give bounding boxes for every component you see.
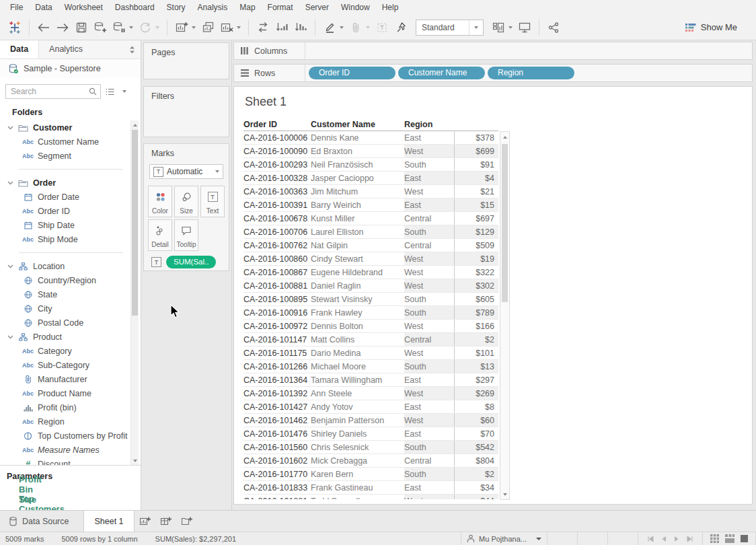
field-order-id[interactable]: AbcOrder ID — [0, 204, 130, 218]
table-row[interactable]: CA-2016-100328Jasper CacioppoEast$4 — [243, 172, 498, 185]
duplicate-sheet-button[interactable] — [199, 18, 217, 37]
menu-format[interactable]: Format — [262, 0, 299, 15]
table-row[interactable]: CA-2016-100391Barry WeirichEast$15 — [243, 198, 498, 212]
table-row[interactable]: CA-2016-101560Chris SelesnickSouth$542 — [243, 441, 498, 454]
table-row[interactable]: CA-2016-100090Ed BraxtonWest$699 — [243, 145, 498, 158]
table-row[interactable]: CA-2016-101175Dario MedinaWest$101 — [243, 347, 498, 360]
last-sheet-button[interactable] — [687, 536, 693, 542]
scroll-up-icon[interactable] — [131, 121, 139, 129]
previous-sheet-button[interactable] — [661, 536, 667, 542]
redo-button[interactable] — [54, 18, 71, 37]
chevron-down-icon[interactable] — [5, 335, 15, 339]
table-row[interactable]: CA-2016-101364Tamara WillinghamEast$297 — [243, 373, 498, 387]
table-row[interactable]: CA-2016-101462Benjamin PattersonWest$60 — [243, 414, 498, 427]
pause-auto-updates-button[interactable] — [110, 18, 128, 37]
field-profit-bin-[interactable]: Profit (bin) — [0, 400, 130, 414]
menu-worksheet[interactable]: Worksheet — [59, 0, 109, 15]
pages-shelf[interactable]: Pages — [143, 42, 229, 79]
field-postal-code[interactable]: Postal Code — [0, 316, 130, 330]
table-row[interactable]: CA-2016-100762Nat GilpinCentral$509 — [243, 239, 498, 252]
pane-swap-icon[interactable] — [123, 40, 141, 59]
scrollbar-thumb[interactable] — [132, 130, 138, 316]
tab-analytics[interactable]: Analytics — [39, 40, 93, 59]
search-options-caret-icon[interactable] — [118, 90, 130, 93]
field-city[interactable]: City — [0, 301, 130, 316]
highlight-caret-icon[interactable] — [340, 26, 344, 29]
table-row[interactable]: CA-2016-101770Karen BernSouth$2 — [243, 468, 498, 481]
highlight-button[interactable] — [321, 18, 338, 37]
sort-ascending-button[interactable] — [273, 18, 291, 37]
pill-order-id[interactable]: Order ID — [309, 67, 395, 79]
datasource-item[interactable]: Sample - Superstore — [0, 59, 141, 78]
color-button[interactable]: Color — [148, 186, 172, 217]
rows-pills[interactable]: Order IDCustomer NameRegion — [309, 67, 752, 79]
menu-file[interactable]: File — [4, 0, 29, 15]
show-hide-cards-button[interactable] — [490, 18, 507, 37]
field-manufacturer[interactable]: Manufacturer — [0, 372, 130, 386]
filters-shelf[interactable]: Filters — [143, 86, 229, 137]
table-row[interactable]: CA-2016-101833Frank GastineauEast$34 — [243, 481, 498, 495]
table-row[interactable]: CA-2016-100972Dennis BoltonWest$166 — [243, 320, 498, 333]
chevron-down-icon[interactable] — [5, 264, 15, 268]
table-row[interactable]: CA-2016-100293Neil FranzösischSouth$91 — [243, 158, 498, 172]
menu-map[interactable]: Map — [233, 0, 261, 15]
mark-type-dropdown[interactable]: T Automatic — [149, 164, 223, 179]
new-worksheet-button[interactable] — [173, 18, 190, 37]
mark-type-caret-icon[interactable] — [212, 170, 223, 173]
menu-server[interactable]: Server — [299, 0, 335, 15]
table-row[interactable]: CA-2016-100881Daniel RaglinWest$302 — [243, 279, 498, 293]
next-sheet-button[interactable] — [674, 536, 679, 542]
field-state[interactable]: State — [0, 287, 130, 301]
field-product-name[interactable]: AbcProduct Name — [0, 386, 130, 400]
tab-sheet-1[interactable]: Sheet 1 — [83, 511, 134, 532]
field-product[interactable]: Product — [0, 330, 130, 344]
scroll-up-icon[interactable] — [500, 133, 509, 141]
col-header-region[interactable]: Region — [404, 118, 454, 131]
show-tabs-button[interactable] — [741, 535, 748, 542]
data-pane-scrollbar[interactable] — [130, 120, 139, 466]
table-row[interactable]: CA-2016-100860Cindy StewartWest$19 — [243, 252, 498, 266]
pill-customer-name[interactable]: Customer Name — [398, 67, 485, 79]
search-input[interactable]: Search — [5, 84, 101, 99]
sort-descending-button[interactable] — [292, 18, 309, 37]
show-filmstrip-button[interactable] — [725, 534, 734, 543]
tableau-logo-icon[interactable] — [6, 18, 24, 37]
text-button[interactable]: T Text — [200, 186, 225, 217]
field-customer[interactable]: Customer — [0, 120, 130, 135]
table-row[interactable]: CA-2016-100006Dennis KaneEast$378 — [243, 131, 498, 145]
menu-analysis[interactable]: Analysis — [192, 0, 234, 15]
scroll-down-icon[interactable] — [500, 490, 509, 499]
table-row[interactable]: CA-2016-101476Shirley DanielsEast$70 — [243, 427, 498, 441]
chevron-down-icon[interactable] — [5, 126, 15, 130]
tab-data-source[interactable]: Data Source — [0, 511, 81, 532]
pill-region[interactable]: Region — [488, 67, 574, 79]
table-scrollbar[interactable] — [500, 131, 510, 500]
fit-selector-caret-icon[interactable] — [469, 20, 483, 35]
table-row[interactable]: CA-2016-101392Ann SteeleWest$269 — [243, 387, 498, 400]
table-row[interactable]: CA-2016-100706Laurel EllistonSouth$129 — [243, 225, 498, 239]
chevron-down-icon[interactable] — [5, 181, 15, 185]
table-row[interactable]: CA-2016-100867Eugene HildebrandWest$322 — [243, 266, 498, 279]
menu-story[interactable]: Story — [161, 0, 192, 15]
first-sheet-button[interactable] — [647, 536, 654, 542]
menu-window[interactable]: Window — [335, 0, 376, 15]
field-top-customers-by-profit[interactable]: Top Customers by Profit — [0, 429, 130, 443]
field-category[interactable]: AbcCategory — [0, 344, 130, 358]
new-dashboard-button[interactable] — [155, 511, 176, 532]
new-data-source-button[interactable] — [91, 18, 109, 37]
user-menu[interactable]: Mu Pojthana... — [461, 532, 547, 545]
table-row[interactable]: CA-2016-101266Michael MooreSouth$13 — [243, 360, 498, 373]
save-button[interactable] — [73, 18, 90, 37]
field-sub-category[interactable]: AbcSub-Category — [0, 358, 130, 372]
table-row[interactable]: CA-2016-101881Todd SumrallWest$44 — [243, 495, 498, 499]
tab-data[interactable]: Data — [0, 40, 39, 59]
rows-shelf[interactable]: Rows Order IDCustomer NameRegion — [233, 64, 753, 82]
table-row[interactable]: CA-2016-100895Stewart VisinskySouth$605 — [243, 293, 498, 306]
menu-help[interactable]: Help — [376, 0, 405, 15]
view-as-list-icon[interactable] — [101, 84, 118, 99]
clear-sheet-caret-icon[interactable] — [237, 26, 241, 29]
presentation-mode-button[interactable] — [516, 18, 533, 37]
field-ship-date[interactable]: Ship Date — [0, 218, 130, 232]
show-me-button[interactable]: Show Me — [685, 22, 751, 32]
fix-axes-pin-icon[interactable] — [392, 18, 410, 37]
